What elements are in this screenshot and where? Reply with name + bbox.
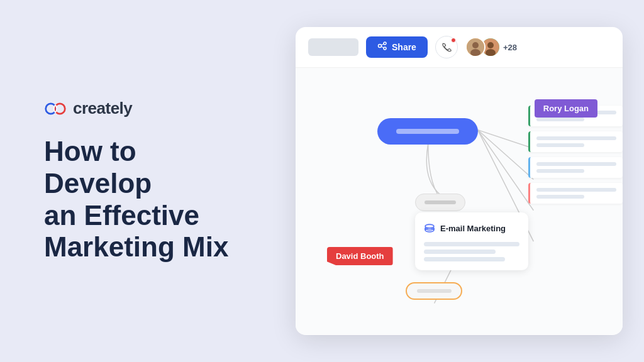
share-icon xyxy=(377,41,387,53)
email-node-title: E-mail Marketing xyxy=(440,224,506,233)
logo: creately xyxy=(44,99,252,118)
right-card-bar-3b xyxy=(536,169,584,173)
right-card-3 xyxy=(528,157,623,178)
right-card-bar-1b xyxy=(536,118,584,121)
svg-point-4 xyxy=(384,47,386,50)
right-card-4 xyxy=(528,183,623,204)
email-marketing-node: E-mail Marketing xyxy=(415,212,528,270)
call-active-indicator xyxy=(451,38,456,43)
right-card-bar-4a xyxy=(536,188,616,192)
svg-point-8 xyxy=(472,42,479,48)
right-card-bar-3a xyxy=(536,162,616,166)
center-node xyxy=(377,118,478,145)
right-panel: Share xyxy=(289,0,644,362)
left-panel: creately How to Develop an Effective Mar… xyxy=(0,61,289,300)
creately-logo-icon xyxy=(44,102,67,116)
svg-line-15 xyxy=(478,130,534,211)
bottom-oval-node xyxy=(406,282,462,300)
right-card-bar-2a xyxy=(536,136,616,140)
rory-logan-label: Rory Logan xyxy=(535,99,597,118)
bottom-oval-bar xyxy=(417,289,452,293)
svg-point-19 xyxy=(425,224,434,228)
right-card-bar-4b xyxy=(536,195,584,199)
email-node-header: E-mail Marketing xyxy=(424,221,519,236)
call-button[interactable] xyxy=(435,36,458,58)
headline: How to Develop an Effective Marketing Mi… xyxy=(44,136,252,263)
headline-line3: Marketing Mix xyxy=(44,231,252,263)
right-cards xyxy=(528,106,623,204)
logo-text: creately xyxy=(73,99,132,118)
svg-point-2 xyxy=(379,45,382,48)
headline-line2: an Effective xyxy=(44,200,252,232)
svg-point-11 xyxy=(487,42,494,48)
david-booth-label: David Booth xyxy=(327,247,393,265)
small-oval-bar xyxy=(425,200,456,204)
diagram-area: E-mail Marketing xyxy=(296,68,623,334)
mockup-window: Share xyxy=(296,27,623,335)
email-bar-1 xyxy=(424,242,519,246)
email-node-content xyxy=(424,242,519,261)
share-label: Share xyxy=(392,42,416,52)
svg-line-6 xyxy=(381,47,384,48)
svg-line-14 xyxy=(478,130,534,180)
small-oval-node xyxy=(415,194,465,211)
avatars-group: +28 xyxy=(465,37,517,57)
email-node-icon xyxy=(424,221,435,236)
svg-line-5 xyxy=(381,44,384,45)
svg-point-3 xyxy=(384,42,386,45)
toolbar-placeholder xyxy=(308,38,358,56)
email-bar-2 xyxy=(424,250,496,254)
avatar-user1 xyxy=(465,37,486,57)
share-button[interactable]: Share xyxy=(366,36,428,58)
center-node-bar xyxy=(396,129,459,134)
right-card-2 xyxy=(528,131,623,152)
avatar-count: +28 xyxy=(503,43,517,52)
toolbar: Share xyxy=(296,27,623,68)
right-card-bar-2b xyxy=(536,143,584,147)
email-bar-3 xyxy=(424,257,505,261)
headline-line1: How to Develop xyxy=(44,136,252,199)
